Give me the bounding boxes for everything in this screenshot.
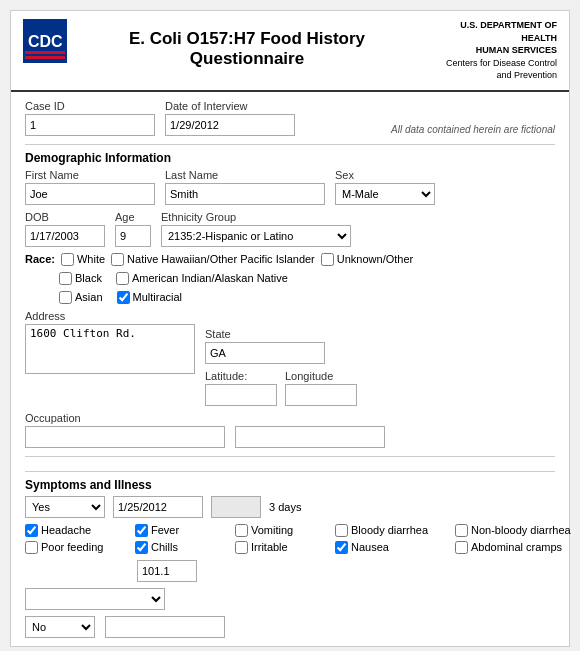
temperature-input[interactable]	[137, 560, 197, 582]
date-interview-group: Date of Interview	[165, 100, 295, 136]
vomiting-checkbox[interactable]	[235, 524, 248, 537]
symptoms-row1: Yes No 3 days	[25, 496, 555, 518]
address-input[interactable]: 1600 Clifton Rd.	[25, 324, 195, 374]
occupation-label: Occupation	[25, 412, 225, 424]
dob-group: DOB	[25, 211, 105, 247]
bottom-select[interactable]	[25, 588, 165, 610]
fictional-note: All data contained herein are fictional	[391, 124, 555, 135]
latitude-input[interactable]	[205, 384, 277, 406]
address-row: Address 1600 Clifton Rd. State Latitude:	[25, 310, 555, 406]
case-id-input[interactable]	[25, 114, 155, 136]
case-id-group: Case ID	[25, 100, 155, 136]
chills-checkbox-label[interactable]: Chills	[135, 541, 235, 554]
case-row: Case ID Date of Interview All data conta…	[25, 100, 555, 136]
date-interview-label: Date of Interview	[165, 100, 295, 112]
age-group: Age	[115, 211, 151, 247]
illness-date-input[interactable]	[113, 496, 203, 518]
lat-long-row: State	[205, 328, 555, 364]
dept-info: U.S. DEPARTMENT OF HEALTH HUMAN SERVICES…	[427, 19, 557, 82]
temp-row	[137, 560, 555, 582]
sex-label: Sex	[335, 169, 435, 181]
poor-feeding-checkbox-label[interactable]: Poor feeding	[25, 541, 135, 554]
headache-checkbox[interactable]	[25, 524, 38, 537]
occupation2-input[interactable]	[235, 426, 385, 448]
abdominal-cramps-checkbox-label[interactable]: Abdominal cramps	[455, 541, 580, 554]
no-select[interactable]: No Yes	[25, 616, 95, 638]
ill-select[interactable]: Yes No	[25, 496, 105, 518]
chills-checkbox[interactable]	[135, 541, 148, 554]
ethnicity-select[interactable]: 2135:2-Hispanic or Latino 2186:5-Not His…	[161, 225, 351, 247]
bottom-select-row	[25, 588, 555, 610]
bloody-diarrhea-checkbox[interactable]	[335, 524, 348, 537]
header: CDC E. Coli O157:H7 Food History Questio…	[11, 11, 569, 92]
abdominal-cramps-checkbox[interactable]	[455, 541, 468, 554]
blank-box	[211, 496, 261, 518]
bottom-blank-field	[105, 616, 225, 638]
non-bloody-diarrhea-checkbox[interactable]	[455, 524, 468, 537]
poor-feeding-checkbox[interactable]	[25, 541, 38, 554]
nausea-checkbox-label[interactable]: Nausea	[335, 541, 455, 554]
svg-rect-3	[25, 51, 65, 54]
race-unknown-checkbox[interactable]	[321, 253, 334, 266]
age-label: Age	[115, 211, 151, 223]
longitude-input[interactable]	[285, 384, 357, 406]
last-name-input[interactable]	[165, 183, 325, 205]
checkbox-grid: Headache Fever Vomiting Bloody diarrhea …	[25, 524, 555, 554]
name-sex-row: First Name Last Name Sex M-Male F-Female	[25, 169, 555, 205]
headache-checkbox-label[interactable]: Headache	[25, 524, 135, 537]
irritable-checkbox[interactable]	[235, 541, 248, 554]
bloody-diarrhea-checkbox-label[interactable]: Bloody diarrhea	[335, 524, 455, 537]
fever-checkbox[interactable]	[135, 524, 148, 537]
longitude-label: Longitude	[285, 370, 357, 382]
race-american-indian-checkbox[interactable]	[116, 272, 129, 285]
lat-long-fields: Latitude: Longitude	[205, 370, 555, 406]
race-multiracial[interactable]: Multiracial	[117, 291, 183, 304]
race-asian[interactable]: Asian	[59, 291, 103, 304]
address-label: Address	[25, 310, 195, 322]
demographic-section-title: Demographic Information	[25, 144, 555, 165]
non-bloody-diarrhea-checkbox-label[interactable]: Non-bloody diarrhea	[455, 524, 580, 537]
race-native-hawaiian-checkbox[interactable]	[111, 253, 124, 266]
symptoms-section-title: Symptoms and Illness	[25, 471, 555, 492]
state-group: State	[205, 328, 325, 364]
ethnicity-group: Ethnicity Group 2135:2-Hispanic or Latin…	[161, 211, 351, 247]
occupation2-group	[235, 412, 385, 448]
race-row-3: Asian Multiracial	[59, 291, 555, 304]
race-american-indian[interactable]: American Indian/Alaskan Native	[116, 272, 288, 285]
page-title: E. Coli O157:H7 Food History Questionnai…	[77, 19, 417, 69]
dob-ethnicity-row: DOB Age Ethnicity Group 2135:2-Hispanic …	[25, 211, 555, 247]
race-black[interactable]: Black	[59, 272, 102, 285]
nausea-checkbox[interactable]	[335, 541, 348, 554]
dob-label: DOB	[25, 211, 105, 223]
race-row: Race: White Native Hawaiian/Other Pacifi…	[25, 253, 555, 266]
race-multiracial-checkbox[interactable]	[117, 291, 130, 304]
dob-input[interactable]	[25, 225, 105, 247]
race-unknown[interactable]: Unknown/Other	[321, 253, 413, 266]
age-input[interactable]	[115, 225, 151, 247]
occupation-input[interactable]	[25, 426, 225, 448]
sex-select[interactable]: M-Male F-Female	[335, 183, 435, 205]
race-label: Race:	[25, 253, 55, 265]
vomiting-checkbox-label[interactable]: Vomiting	[235, 524, 335, 537]
svg-rect-4	[25, 56, 65, 59]
address-group: Address 1600 Clifton Rd.	[25, 310, 195, 406]
fever-checkbox-label[interactable]: Fever	[135, 524, 235, 537]
race-white[interactable]: White	[61, 253, 105, 266]
race-white-checkbox[interactable]	[61, 253, 74, 266]
irritable-checkbox-label[interactable]: Irritable	[235, 541, 335, 554]
first-name-label: First Name	[25, 169, 155, 181]
duration-text: 3 days	[269, 501, 301, 513]
svg-text:CDC: CDC	[28, 33, 63, 50]
first-name-input[interactable]	[25, 183, 155, 205]
state-input[interactable]	[205, 342, 325, 364]
date-interview-input[interactable]	[165, 114, 295, 136]
race-black-checkbox[interactable]	[59, 272, 72, 285]
case-id-label: Case ID	[25, 100, 155, 112]
sex-group: Sex M-Male F-Female	[335, 169, 435, 205]
race-asian-checkbox[interactable]	[59, 291, 72, 304]
race-native-hawaiian[interactable]: Native Hawaiian/Other Pacific Islander	[111, 253, 315, 266]
symptoms-section: Symptoms and Illness Yes No 3 days Heada…	[25, 456, 555, 638]
occupation-row: Occupation	[25, 412, 555, 448]
occupation-group: Occupation	[25, 412, 225, 448]
latitude-group: Latitude:	[205, 370, 277, 406]
